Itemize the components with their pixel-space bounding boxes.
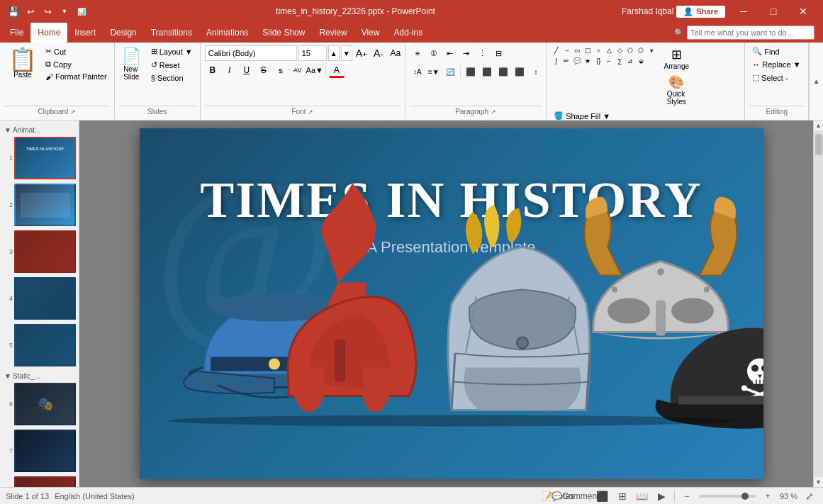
minimize-button[interactable]: ─	[729, 0, 758, 23]
underline-button[interactable]: U	[239, 62, 254, 78]
text-shadow-button[interactable]: s	[273, 62, 289, 78]
italic-button[interactable]: I	[222, 62, 237, 78]
pentagon-shape[interactable]: ⬠	[625, 45, 635, 55]
align-text-button[interactable]: ≡▼	[426, 64, 442, 79]
columns-button[interactable]: ⊟	[491, 45, 507, 61]
zoom-thumb[interactable]	[741, 493, 749, 500]
replace-button[interactable]: ↔ Replace ▼	[749, 59, 803, 70]
ribbon-collapse-button[interactable]: ▲	[809, 43, 823, 120]
slide-thumb-7[interactable]	[14, 430, 76, 472]
menu-view[interactable]: View	[354, 23, 387, 43]
formula-shape[interactable]: ∑	[615, 56, 625, 66]
share-button[interactable]: 👤 Share	[676, 6, 725, 18]
shape-fill-button[interactable]: 🪣 Shape Fill ▼	[551, 110, 692, 120]
normal-view-button[interactable]: ⬛	[595, 490, 610, 503]
bracket-shape[interactable]: {}	[593, 56, 603, 66]
new-slide-button[interactable]: 📄 NewSlide	[119, 45, 144, 82]
line-shape[interactable]: ╱	[551, 45, 561, 55]
increase-indent-button[interactable]: ⇥	[459, 45, 474, 61]
triangle-shape[interactable]: △	[604, 45, 614, 55]
zoom-slider[interactable]	[699, 495, 756, 498]
paragraph-expand-icon[interactable]: ↗	[491, 108, 496, 116]
undo-button[interactable]: ↩	[23, 4, 38, 19]
scroll-up-arrow[interactable]: ▲	[814, 121, 824, 130]
select-button[interactable]: ⬚ Select -	[749, 72, 803, 84]
reading-view-button[interactable]: 📖	[634, 490, 650, 503]
font-size-input[interactable]	[298, 45, 327, 61]
slideshow-button[interactable]: ▶	[654, 490, 670, 503]
right-scrollbar[interactable]: ▲ ▼	[813, 121, 823, 487]
slide-thumb-1[interactable]: TIMES IN HISTORY	[14, 137, 76, 179]
curve-shape[interactable]: ∫	[551, 56, 561, 66]
hexagon-shape[interactable]: ⬡	[636, 45, 646, 55]
action-shape[interactable]: ⊿	[625, 56, 635, 66]
search-input[interactable]	[687, 26, 814, 40]
change-case-button[interactable]: Aa▼	[307, 62, 323, 78]
scroll-down-arrow[interactable]: ▼	[814, 477, 824, 487]
slide-thumb-3[interactable]	[14, 230, 76, 273]
numbered-list-button[interactable]: ①	[426, 45, 442, 61]
more-shapes[interactable]: ▼	[646, 45, 656, 55]
convert-smartart-button[interactable]: 🔄	[442, 64, 458, 79]
slide-canvas[interactable]: @ TIMES IN HISTORY A Presentation Templa…	[140, 128, 763, 479]
callout-shape[interactable]: 💬	[572, 56, 582, 66]
align-right-button[interactable]: ⬛	[496, 64, 511, 79]
menu-transitions[interactable]: Transitions	[144, 23, 199, 43]
arrow-shape[interactable]: →	[561, 45, 571, 55]
bold-button[interactable]: B	[205, 62, 220, 78]
arrange-button[interactable]: ⊞ Arrange	[661, 45, 692, 72]
fit-slide-button[interactable]: ⤢	[802, 490, 817, 503]
clear-format-button[interactable]: Aa	[388, 45, 403, 61]
menu-design[interactable]: Design	[103, 23, 143, 43]
scroll-thumb[interactable]	[815, 134, 822, 155]
strikethrough-button[interactable]: S	[256, 62, 271, 78]
quick-styles-button[interactable]: 🎨 QuickStyles	[661, 73, 692, 107]
customize-qa-button[interactable]: ▼	[57, 4, 72, 19]
more-shapes2[interactable]	[646, 56, 656, 66]
font-size-decrease-button[interactable]: ▼	[341, 45, 352, 61]
slide-thumb-6[interactable]: 🎭	[14, 383, 76, 425]
diamond-shape[interactable]: ◇	[615, 45, 625, 55]
bullet-list-button[interactable]: ≡	[410, 45, 425, 61]
maximize-button[interactable]: □	[759, 0, 788, 23]
star-shape[interactable]: ★	[583, 56, 593, 66]
section-static[interactable]: ▼ Static_...	[3, 369, 76, 381]
font-color-button[interactable]: A	[329, 62, 345, 78]
redo-button[interactable]: ↪	[40, 4, 55, 19]
find-button[interactable]: 🔍 Find	[749, 45, 803, 57]
menu-animations[interactable]: Animations	[199, 23, 255, 43]
slide-thumb-8[interactable]	[14, 476, 76, 487]
decrease-indent-button[interactable]: ⇤	[442, 45, 458, 61]
save-button[interactable]: 💾	[6, 4, 21, 19]
align-center-button[interactable]: ⬛	[479, 64, 495, 79]
smartart-button[interactable]: ⋮	[475, 45, 491, 61]
text-direction-button[interactable]: ↕A	[410, 64, 425, 79]
menu-insert[interactable]: Insert	[67, 23, 103, 43]
align-left-button[interactable]: ⬛	[463, 64, 478, 79]
reset-button[interactable]: ↺ Reset	[148, 59, 196, 71]
close-button[interactable]: ✕	[789, 0, 817, 23]
freeform-shape[interactable]: ✏	[561, 56, 571, 66]
font-size-increase-button[interactable]: ▲	[328, 45, 340, 61]
clipboard-expand-icon[interactable]: ↗	[70, 108, 76, 116]
menu-file[interactable]: File	[3, 23, 30, 43]
font-shrink-button[interactable]: A-	[371, 45, 386, 61]
slide-thumb-5[interactable]	[14, 324, 76, 366]
flow-shape[interactable]: ⬙	[636, 56, 646, 66]
comments-button[interactable]: 💬 Comments	[570, 490, 586, 503]
slide-thumb-2[interactable]	[14, 184, 76, 226]
menu-home[interactable]: Home	[30, 23, 67, 43]
font-expand-icon[interactable]: ↗	[308, 108, 313, 116]
section-animate[interactable]: ▼ Animat...	[3, 123, 76, 135]
section-button[interactable]: § Section	[148, 72, 196, 84]
cut-button[interactable]: ✂ Cut	[43, 45, 110, 57]
brace-shape[interactable]: ⌐	[604, 56, 614, 66]
font-name-input[interactable]	[205, 45, 297, 61]
char-spacing-button[interactable]: AV	[290, 62, 306, 78]
menu-review[interactable]: Review	[312, 23, 354, 43]
scroll-track[interactable]	[814, 130, 823, 477]
font-grow-button[interactable]: A+	[354, 45, 369, 61]
oval-shape[interactable]: ○	[593, 45, 603, 55]
slide-thumb-4[interactable]	[14, 277, 76, 320]
rounded-rect-shape[interactable]: ▢	[583, 45, 593, 55]
